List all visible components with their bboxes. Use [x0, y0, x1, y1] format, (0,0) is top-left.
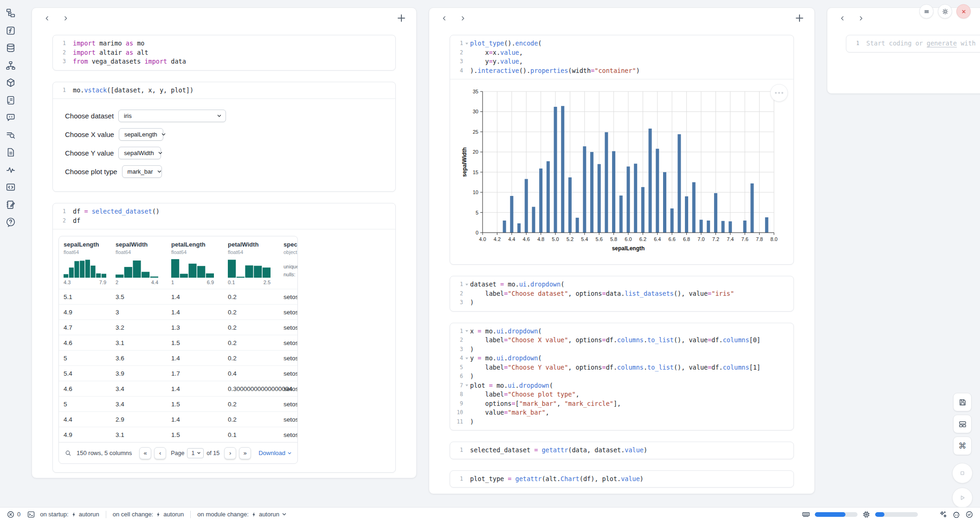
- code-editor-plot[interactable]: 1plot_type().encode(2 x=x.value,3 y=y.va…: [450, 35, 793, 79]
- search-icon[interactable]: [64, 449, 72, 457]
- code-line[interactable]: 1dataset = mo.ui.dropdown(: [450, 280, 793, 289]
- layout-grid-button[interactable]: [953, 415, 972, 433]
- run-button[interactable]: [952, 488, 973, 508]
- code-editor-plot-type[interactable]: 1plot_type = getattr(alt.Chart(df), plot…: [450, 471, 793, 488]
- menu-icon[interactable]: [919, 4, 934, 19]
- save-button[interactable]: [953, 393, 972, 411]
- column-header-petalWidth[interactable]: petalWidthfloat640.12.5: [223, 236, 279, 289]
- table-header-row: sepalLengthfloat644.37.9sepalWidthfloat6…: [59, 236, 297, 289]
- code-line[interactable]: 4).interactive().properties(width="conta…: [450, 66, 793, 76]
- code-line[interactable]: 1df = selected_dataset(): [53, 207, 395, 216]
- table-row: 5.13.51.40.2setosa: [59, 289, 297, 304]
- y-value-select[interactable]: sepalWidth: [118, 147, 161, 159]
- code-line[interactable]: 3 y=y.value,: [450, 57, 793, 66]
- plot-type-select[interactable]: mark_bar: [122, 165, 162, 178]
- help-icon[interactable]: [6, 217, 16, 227]
- code-line[interactable]: 9 options=["mark_bar", "mark_circle"],: [450, 399, 793, 409]
- scratchpad-icon[interactable]: [6, 200, 16, 210]
- code-line[interactable]: 2 label="Choose dataset", options=data.l…: [450, 289, 793, 299]
- svg-text:4.2: 4.2: [494, 236, 501, 242]
- code-editor-df[interactable]: 1df = selected_dataset()2df: [53, 203, 395, 229]
- next-page-button[interactable]: ›: [224, 447, 236, 459]
- page-number-select[interactable]: 1: [187, 448, 204, 458]
- empty-cell-editor[interactable]: 1 Start coding or generate with: [846, 35, 980, 52]
- code-line[interactable]: 4y = mo.ui.dropdown(: [450, 354, 793, 363]
- first-page-button[interactable]: «: [139, 447, 151, 459]
- dependency-graph-icon[interactable]: [6, 60, 16, 71]
- table-cell: 1.4: [167, 293, 223, 300]
- code-line[interactable]: 2 label="Choose X value", options=df.col…: [450, 336, 793, 345]
- download-button[interactable]: Download: [258, 449, 292, 456]
- activity-icon[interactable]: [6, 165, 16, 175]
- list-search-icon[interactable]: [6, 130, 16, 140]
- chart-actions-icon[interactable]: [770, 84, 788, 102]
- code-line[interactable]: 2df: [53, 216, 395, 226]
- code-line[interactable]: 8 label="Choose plot type",: [450, 390, 793, 399]
- chat-bot-icon[interactable]: [6, 112, 16, 123]
- function-square-icon[interactable]: [6, 26, 16, 36]
- stop-button[interactable]: [952, 463, 973, 483]
- code-line[interactable]: 1plot_type().encode(: [450, 39, 793, 48]
- column-header-species[interactable]: speciesobjectunique:nulls:: [279, 236, 297, 289]
- x-value-select[interactable]: sepalLength: [119, 128, 163, 141]
- code-line[interactable]: 3): [450, 298, 793, 307]
- connection-status-icon[interactable]: [965, 510, 974, 519]
- file-tree-icon[interactable]: [6, 8, 16, 18]
- code-line[interactable]: 1x = mo.ui.dropdown(: [450, 327, 793, 336]
- dataset-select[interactable]: iris: [118, 110, 226, 122]
- column-next-icon[interactable]: [855, 13, 866, 24]
- on-startup-setting[interactable]: on startup: autorun: [40, 511, 99, 518]
- code-editor-selected[interactable]: 1selected_dataset = getattr(data, datase…: [450, 442, 793, 459]
- table-cell: 3: [111, 309, 167, 316]
- code-line[interactable]: 3from vega_datasets import data: [53, 57, 395, 66]
- code-line[interactable]: 1import marimo as mo: [53, 39, 395, 48]
- code-line[interactable]: 7plot = mo.ui.dropdown(: [450, 381, 793, 391]
- table-scroll-area[interactable]: sepalLengthfloat644.37.9sepalWidthfloat6…: [59, 236, 297, 442]
- errors-indicator[interactable]: 0: [6, 510, 20, 519]
- code-line[interactable]: 6): [450, 372, 793, 381]
- assistant-icon[interactable]: [952, 510, 961, 519]
- add-cell-icon[interactable]: [396, 13, 407, 24]
- snippets-icon[interactable]: [6, 182, 16, 192]
- altair-bar-chart[interactable]: 4.04.24.44.64.85.05.25.45.65.86.06.26.46…: [460, 85, 787, 258]
- on-module-change-setting[interactable]: on module change: autorun: [197, 511, 287, 518]
- keyboard-shortcuts-button[interactable]: ⌘: [953, 436, 972, 455]
- column-header-sepalLength[interactable]: sepalLengthfloat644.37.9: [59, 236, 111, 289]
- add-cell-icon[interactable]: [794, 13, 805, 24]
- code-editor-dataset[interactable]: 1dataset = mo.ui.dropdown(2 label="Choos…: [450, 276, 793, 311]
- code-line[interactable]: 3): [450, 345, 793, 354]
- code-line[interactable]: 5 label="Choose Y value", options=df.col…: [450, 363, 793, 372]
- generate-link[interactable]: generate: [927, 39, 957, 47]
- gear-icon[interactable]: [938, 4, 952, 19]
- scroll-icon[interactable]: [6, 95, 16, 105]
- code-editor-imports[interactable]: 1import marimo as mo2import altair as al…: [53, 35, 395, 70]
- on-cell-change-setting[interactable]: on cell change: autorun: [113, 511, 184, 518]
- last-page-button[interactable]: »: [239, 447, 251, 459]
- column-prev-icon[interactable]: [438, 13, 450, 24]
- cell-imports: 1import marimo as mo2import altair as al…: [52, 35, 396, 71]
- sparkles-icon[interactable]: [939, 510, 948, 519]
- document-icon[interactable]: [6, 147, 16, 157]
- code-editor-widgets[interactable]: 1x = mo.ui.dropdown(2 label="Choose X va…: [450, 323, 793, 430]
- code-line[interactable]: 1plot_type = getattr(alt.Chart(df), plot…: [450, 475, 793, 484]
- prev-page-button[interactable]: ‹: [154, 447, 166, 459]
- column-header-sepalWidth[interactable]: sepalWidthfloat6424.4: [111, 236, 167, 289]
- code-line[interactable]: 10 value="mark_bar",: [450, 408, 793, 417]
- code-editor-vstack[interactable]: 1mo.vstack([dataset, x, y, plot]): [53, 82, 395, 99]
- column-next-icon[interactable]: [457, 13, 468, 24]
- code-line[interactable]: 2import altair as alt: [53, 48, 395, 58]
- terminal-button[interactable]: [27, 510, 35, 519]
- table-cell: 4.9: [59, 431, 111, 438]
- table-cell: setosa: [279, 401, 297, 408]
- column-prev-icon[interactable]: [837, 13, 848, 24]
- column-header-petalLength[interactable]: petalLengthfloat6416.9: [167, 236, 223, 289]
- code-line[interactable]: 1mo.vstack([dataset, x, y, plot]): [53, 86, 395, 95]
- column-prev-icon[interactable]: [41, 13, 52, 24]
- package-icon[interactable]: [6, 78, 16, 88]
- column-next-icon[interactable]: [60, 13, 71, 24]
- close-icon[interactable]: [956, 4, 971, 19]
- database-icon[interactable]: [6, 43, 16, 53]
- code-line[interactable]: 11): [450, 417, 793, 427]
- code-line[interactable]: 1selected_dataset = getattr(data, datase…: [450, 446, 793, 455]
- code-line[interactable]: 2 x=x.value,: [450, 48, 793, 58]
